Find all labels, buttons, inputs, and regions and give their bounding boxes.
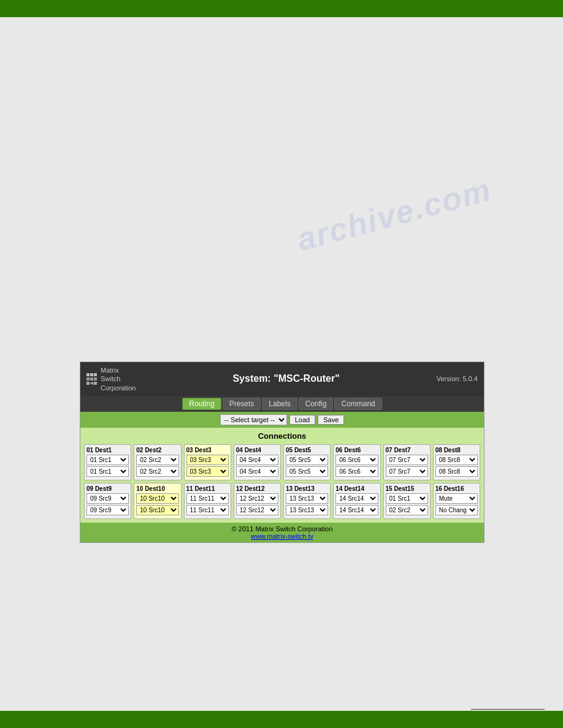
dest-select-5b[interactable]: 05 Src5 <box>286 466 328 477</box>
dest-select-9a[interactable]: 09 Src9 <box>86 493 129 504</box>
header-bar: Matrix Switch Corporation System: "MSC-R… <box>80 362 484 396</box>
target-select[interactable]: -- Select target -- <box>220 414 287 425</box>
load-button[interactable]: Load <box>289 415 315 425</box>
connections-area: Connections 01 Dest1 01 Src1 01 Src1 02 … <box>80 428 484 523</box>
dest-select-14a[interactable]: 14 Src14 <box>335 493 378 504</box>
main-container: Matrix Switch Corporation System: "MSC-R… <box>80 362 484 543</box>
dest-select-12a[interactable]: 12 Src12 <box>236 493 278 504</box>
dest-select-5a[interactable]: 05 Src5 <box>286 455 328 465</box>
dest-select-11a[interactable]: 11 Src11 <box>186 493 229 504</box>
dest-cell-13: 13 Dest13 13 Src13 13 Src13 <box>283 483 331 519</box>
dest-select-3a[interactable]: 03 Src3 <box>186 455 229 465</box>
dest-select-3b[interactable]: 03 Src3 <box>186 466 229 477</box>
dest-cell-5: 05 Dest5 05 Src5 05 Src5 <box>283 444 331 480</box>
dest-cell-1: 01 Dest1 01 Src1 01 Src1 <box>84 444 131 480</box>
dest-select-15b[interactable]: 02 Src2 <box>386 505 428 515</box>
dest-cell-10: 10 Dest10 10 Src10 10 Src10 <box>134 483 181 519</box>
dest-label-2: 02 Dest2 <box>136 447 178 453</box>
tab-config[interactable]: Config <box>299 398 334 410</box>
dest-label-1: 01 Dest1 <box>86 447 129 453</box>
nav-bar: Routing Presets Labels Config Command <box>80 396 484 412</box>
dest-select-6a[interactable]: 06 Src6 <box>335 455 378 465</box>
dest-select-15a[interactable]: 01 Src1 <box>386 493 428 504</box>
dest-select-1a[interactable]: 01 Src1 <box>86 455 129 465</box>
dest-label-13: 13 Dest13 <box>286 485 328 492</box>
dest-select-7a[interactable]: 07 Src7 <box>386 455 428 465</box>
watermark: archive.com <box>293 171 496 258</box>
dest-cell-11: 11 Dest11 11 Src11 11 Src11 <box>184 483 231 519</box>
dest-cell-7: 07 Dest7 07 Src7 07 Src7 <box>383 444 431 480</box>
dest-label-3: 03 Dest3 <box>186 447 229 453</box>
dest-select-10b[interactable]: 10 Src10 <box>136 505 178 515</box>
dest-select-16a[interactable]: Mute <box>435 493 478 504</box>
dest-label-9: 09 Dest9 <box>86 485 129 492</box>
dest-select-9b[interactable]: 09 Src9 <box>86 505 129 515</box>
dest-select-12b[interactable]: 12 Src12 <box>236 505 278 515</box>
logo-text: Matrix Switch Corporation <box>101 366 136 392</box>
save-button[interactable]: Save <box>318 415 344 425</box>
dest-select-13b[interactable]: 13 Src13 <box>286 505 328 515</box>
tab-command[interactable]: Command <box>334 398 381 410</box>
dest-label-6: 06 Dest6 <box>335 447 378 453</box>
dest-select-14b[interactable]: 14 Src14 <box>335 505 378 515</box>
dest-label-7: 07 Dest7 <box>386 447 428 453</box>
dest-label-16: 16 Dest16 <box>435 485 478 492</box>
dest-select-11b[interactable]: 11 Src11 <box>186 505 229 515</box>
logo-area: Matrix Switch Corporation <box>86 366 136 392</box>
tab-labels[interactable]: Labels <box>262 398 297 410</box>
footer-area: © 2011 Matrix Switch Corporation www.mat… <box>80 523 484 542</box>
dest-label-10: 10 Dest10 <box>136 485 178 492</box>
dest-label-11: 11 Dest11 <box>186 485 229 492</box>
dest-select-6b[interactable]: 06 Src6 <box>335 466 378 477</box>
connections-grid-row2: 09 Dest9 09 Src9 09 Src9 10 Dest10 10 Sr… <box>84 483 480 519</box>
dest-cell-8: 08 Dest8 08 Src8 08 Src8 <box>433 444 480 480</box>
footer-link[interactable]: www.matrix-switch.tv <box>83 533 481 540</box>
dest-cell-12: 12 Dest12 12 Src12 12 Src12 <box>234 483 281 519</box>
dest-select-2b[interactable]: 02 Src2 <box>136 466 178 477</box>
connections-title: Connections <box>84 431 480 441</box>
connections-grid-row1: 01 Dest1 01 Src1 01 Src1 02 Dest2 02 Src… <box>84 444 480 480</box>
toolbar: -- Select target -- Load Save <box>80 412 484 428</box>
footer-copyright: © 2011 Matrix Switch Corporation <box>83 525 481 533</box>
dest-label-8: 08 Dest8 <box>435 447 478 453</box>
dest-label-12: 12 Dest12 <box>236 485 278 492</box>
dest-label-4: 04 Dest4 <box>236 447 278 453</box>
tab-presets[interactable]: Presets <box>223 398 261 410</box>
dest-label-14: 14 Dest14 <box>335 485 378 492</box>
dest-cell-3: 03 Dest3 03 Src3 03 Src3 <box>184 444 231 480</box>
top-bar <box>0 0 563 17</box>
dest-select-13a[interactable]: 13 Src13 <box>286 493 328 504</box>
dest-cell-16: 16 Dest16 Mute No Change <box>433 483 480 519</box>
dest-cell-6: 06 Dest6 06 Src6 06 Src6 <box>333 444 380 480</box>
version-text: Version: 5.0.4 <box>437 375 478 382</box>
dest-select-7b[interactable]: 07 Src7 <box>386 466 428 477</box>
dest-select-16b[interactable]: No Change <box>435 505 478 515</box>
dest-select-8b[interactable]: 08 Src8 <box>435 466 478 477</box>
dest-select-2a[interactable]: 02 Src2 <box>136 455 178 465</box>
dest-cell-15: 15 Dest15 01 Src1 02 Src2 <box>383 483 431 519</box>
dest-cell-14: 14 Dest14 14 Src14 14 Src14 <box>333 483 380 519</box>
dest-select-4a[interactable]: 04 Src4 <box>236 455 278 465</box>
dest-select-1b[interactable]: 01 Src1 <box>86 466 129 477</box>
dest-select-10a[interactable]: 10 Src10 <box>136 493 178 504</box>
dest-cell-9: 09 Dest9 09 Src9 09 Src9 <box>84 483 131 519</box>
bottom-bar <box>0 711 563 728</box>
dest-label-5: 05 Dest5 <box>286 447 328 453</box>
dest-label-15: 15 Dest15 <box>386 485 428 492</box>
dest-cell-2: 02 Dest2 02 Src2 02 Src2 <box>134 444 181 480</box>
bottom-bar-line <box>471 709 545 710</box>
dest-select-4b[interactable]: 04 Src4 <box>236 466 278 477</box>
dest-select-8a[interactable]: 08 Src8 <box>435 455 478 465</box>
dest-cell-4: 04 Dest4 04 Src4 04 Src4 <box>234 444 281 480</box>
system-title: System: "MSC-Router" <box>136 373 436 384</box>
tab-routing[interactable]: Routing <box>182 398 221 410</box>
